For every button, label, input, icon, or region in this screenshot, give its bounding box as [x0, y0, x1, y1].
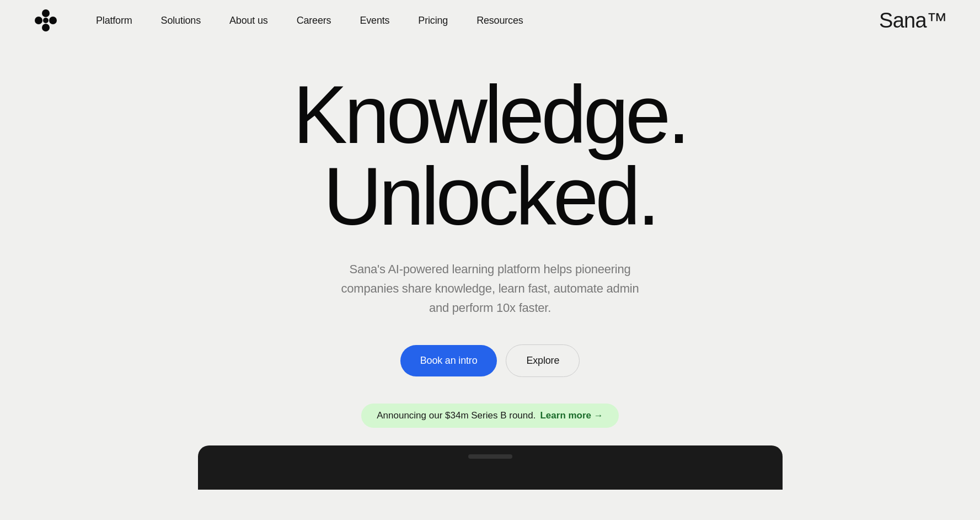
- announcement-banner[interactable]: Announcing our $34m Series B round. Lear…: [361, 404, 619, 428]
- svg-point-3: [49, 17, 57, 24]
- navbar-left: Platform Solutions About us Careers Even…: [33, 8, 534, 33]
- book-intro-button[interactable]: Book an intro: [400, 345, 497, 376]
- device-preview: [198, 445, 783, 490]
- nav-links: Platform Solutions About us Careers Even…: [85, 10, 534, 31]
- navbar: Platform Solutions About us Careers Even…: [0, 0, 980, 41]
- hero-section: Knowledge. Unlocked. Sana's AI-powered l…: [0, 41, 980, 512]
- svg-point-2: [35, 17, 42, 24]
- nav-item-platform[interactable]: Platform: [85, 10, 143, 31]
- nav-item-about[interactable]: About us: [218, 10, 279, 31]
- announcement-link[interactable]: Learn more →: [540, 410, 603, 421]
- nav-item-events[interactable]: Events: [349, 10, 400, 31]
- svg-point-0: [42, 9, 50, 17]
- svg-point-1: [42, 24, 50, 31]
- hero-headline-line1: Knowledge.: [293, 69, 687, 160]
- hero-headline-line2: Unlocked.: [323, 151, 657, 242]
- announcement-text: Announcing our $34m Series B round.: [377, 410, 535, 421]
- svg-point-4: [43, 18, 49, 23]
- nav-item-solutions[interactable]: Solutions: [150, 10, 212, 31]
- hero-subtitle: Sana's AI-powered learning platform help…: [330, 259, 650, 318]
- brand-name[interactable]: Sana™: [879, 9, 947, 33]
- nav-item-pricing[interactable]: Pricing: [407, 10, 459, 31]
- nav-item-resources[interactable]: Resources: [465, 10, 534, 31]
- hero-headline: Knowledge. Unlocked.: [293, 74, 687, 237]
- hero-buttons: Book an intro Explore: [400, 344, 580, 377]
- logo-icon[interactable]: [33, 8, 58, 33]
- explore-button[interactable]: Explore: [506, 344, 580, 377]
- nav-item-careers[interactable]: Careers: [286, 10, 342, 31]
